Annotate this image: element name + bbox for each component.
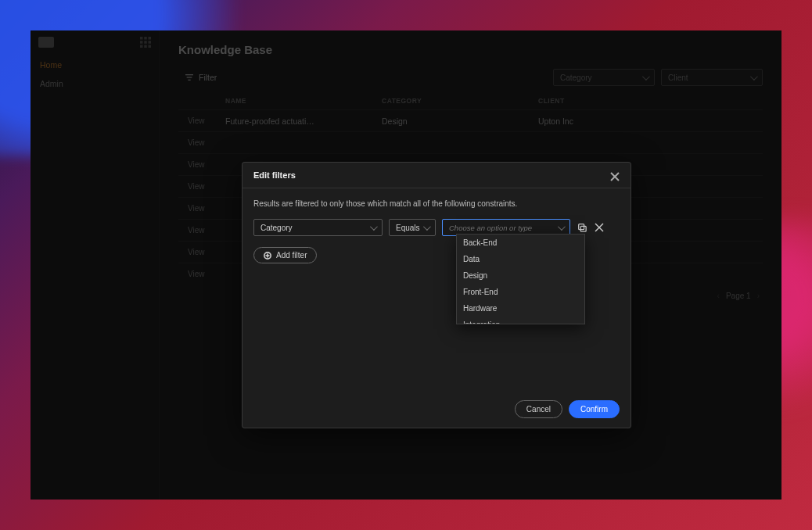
add-filter-label: Add filter (276, 251, 307, 260)
dropdown-option[interactable]: Hardware (457, 300, 584, 317)
svg-rect-14 (579, 224, 584, 230)
app-window: Home Admin Knowledge Base Filter Categor… (31, 30, 781, 500)
duplicate-filter-icon[interactable] (577, 222, 587, 233)
filter-value-dropdown: Back-EndDataDesignFront-EndHardwareInteg… (456, 234, 585, 324)
dropdown-option[interactable]: Design (457, 267, 584, 284)
modal-hint: Results are filtered to only those which… (253, 199, 620, 208)
confirm-button[interactable]: Confirm (569, 400, 620, 418)
chevron-down-icon (370, 224, 375, 232)
add-filter-button[interactable]: Add filter (253, 247, 317, 263)
svg-rect-15 (580, 226, 586, 231)
chevron-down-icon (558, 224, 563, 232)
dropdown-option[interactable]: Data (457, 251, 584, 267)
dropdown-option[interactable]: Front-End (457, 284, 584, 300)
close-icon[interactable] (610, 170, 620, 180)
dropdown-option[interactable]: Integration (457, 317, 584, 324)
chevron-down-icon (423, 224, 429, 232)
modal-title: Edit filters (253, 170, 296, 180)
filter-operator-select[interactable]: Equals (389, 219, 436, 236)
dropdown-option[interactable]: Back-End (457, 235, 584, 251)
remove-filter-icon[interactable] (594, 222, 605, 233)
filter-field-value: Category (260, 224, 293, 232)
filter-field-select[interactable]: Category (253, 219, 383, 236)
cancel-button[interactable]: Cancel (515, 400, 562, 418)
edit-filters-modal: Edit filters Results are filtered to onl… (242, 162, 631, 428)
filter-value-placeholder: Choose an option or type (449, 224, 532, 232)
filter-operator-value: Equals (396, 224, 420, 232)
